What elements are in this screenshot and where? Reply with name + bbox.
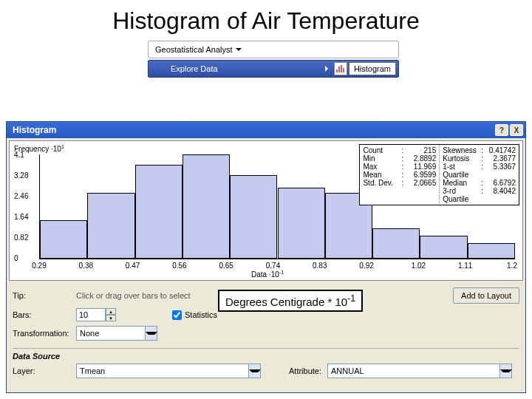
analyst-toolbar: Geostatistical Analyst (148, 41, 399, 58)
histogram-plot[interactable]: Count: 215Min: 2.8892Max: 11.969Mean: 6.… (9, 140, 523, 281)
histogram-bar[interactable] (87, 193, 134, 259)
transformation-label: Transformation: (13, 329, 76, 338)
chevron-down-icon (248, 364, 260, 378)
x-tick: 0.56 (172, 262, 186, 270)
stat-row: Kurtosis: 2.3677 (443, 154, 516, 163)
stat-row: 3-rd Quartile: 8.4042 (443, 187, 516, 203)
x-tick: 0.29 (32, 262, 46, 270)
tip-label: Tip: (13, 291, 76, 300)
x-tick: 0.38 (79, 262, 93, 270)
stats-right-col: Skewness: 0.41742Kurtosis: 2.36771-st Qu… (439, 145, 519, 205)
stat-row: Min: 2.8892 (363, 154, 436, 163)
y-tick: 3.28 (14, 171, 28, 180)
stat-row: Mean: 6.9599 (363, 171, 436, 179)
bars-input[interactable] (76, 308, 106, 321)
data-source-row: Layer: Tmean Attribute: ANNUAL (7, 361, 525, 381)
x-tick: 1.2 (507, 262, 517, 270)
add-to-layout-button[interactable]: Add to Layout (453, 287, 519, 304)
stat-row: Skewness: 0.41742 (443, 146, 516, 154)
geostatistical-analyst-menu[interactable]: Geostatistical Analyst (151, 44, 246, 55)
close-button[interactable]: X (510, 124, 523, 136)
toolbar-stack: Geostatistical Analyst Explore Data Hist… (148, 41, 399, 78)
attribute-value: ANNUAL (328, 366, 499, 375)
x-tick: 1.11 (458, 262, 472, 270)
y-tick: 0.82 (14, 233, 28, 242)
histogram-bar[interactable] (230, 175, 277, 259)
y-tick: 4.1 (14, 151, 24, 159)
stat-row: Count: 215 (363, 146, 436, 154)
submenu-arrow-icon (325, 66, 328, 72)
chevron-down-icon (145, 327, 157, 340)
chevron-down-icon (236, 48, 242, 51)
explore-data-label: Explore Data (171, 64, 218, 73)
bars-down-button[interactable]: ▼ (106, 315, 116, 321)
attribute-label: Attribute: (289, 366, 321, 375)
x-tick: 1.02 (412, 262, 426, 270)
histogram-bar[interactable] (183, 154, 230, 259)
x-tick: 0.65 (219, 262, 233, 270)
attribute-select[interactable]: ANNUAL (327, 364, 512, 378)
histogram-bar[interactable] (278, 188, 325, 259)
annotation-callout: Degrees Centigrade * 10-1 (218, 290, 363, 312)
y-tick: 1.64 (14, 213, 28, 221)
statistics-check-input[interactable] (172, 310, 182, 320)
bars-up-button[interactable]: ▲ (106, 308, 116, 315)
explore-data-menu[interactable]: Explore Data Histogram (148, 60, 399, 78)
transformation-value: None (77, 329, 145, 338)
slide-title: Histogram of Air Temperature (0, 0, 532, 41)
window-title: Histogram (13, 125, 56, 135)
histogram-window: Histogram ? X Count: 215Min: 2.8892Max: … (6, 121, 526, 393)
layer-value: Tmean (77, 366, 248, 375)
layer-select[interactable]: Tmean (76, 364, 261, 378)
stat-row: Median: 6.6792 (443, 179, 516, 187)
data-source-heading: Data Source (13, 348, 519, 361)
x-axis-label: Data ·10-1 (251, 270, 284, 279)
y-tick: 0 (14, 254, 18, 262)
statistics-box: Count: 215Min: 2.8892Max: 11.969Mean: 6.… (359, 144, 519, 205)
help-button[interactable]: ? (495, 124, 508, 136)
bars-stepper[interactable]: ▲ ▼ (76, 308, 172, 321)
histogram-bar[interactable] (420, 236, 467, 259)
histogram-bar[interactable] (40, 220, 87, 259)
x-tick: 0.74 (266, 262, 280, 270)
x-tick: 0.47 (126, 262, 140, 270)
histogram-bar[interactable] (372, 228, 420, 259)
bars-label: Bars: (13, 310, 76, 319)
x-tick: 0.83 (313, 262, 327, 270)
statistics-check-label: Statistics (185, 310, 217, 319)
analyst-label: Geostatistical Analyst (155, 45, 233, 54)
stat-row: 1-st Quartile: 5.3367 (443, 163, 516, 179)
transformation-select[interactable]: None (76, 326, 157, 341)
x-tick: 0.92 (359, 262, 373, 270)
window-titlebar[interactable]: Histogram ? X (7, 122, 525, 138)
histogram-bar[interactable] (468, 243, 515, 259)
stat-row: Max: 11.969 (363, 163, 436, 171)
chevron-down-icon (499, 364, 511, 378)
histogram-icon (334, 62, 347, 75)
stat-row: Std. Dev.: 2.0665 (363, 179, 436, 187)
y-tick: 2.46 (14, 192, 28, 200)
stats-left-col: Count: 215Min: 2.8892Max: 11.969Mean: 6.… (360, 145, 439, 205)
histogram-menu-item[interactable]: Histogram (349, 62, 396, 75)
histogram-bar[interactable] (135, 165, 183, 259)
layer-label: Layer: (13, 366, 70, 375)
